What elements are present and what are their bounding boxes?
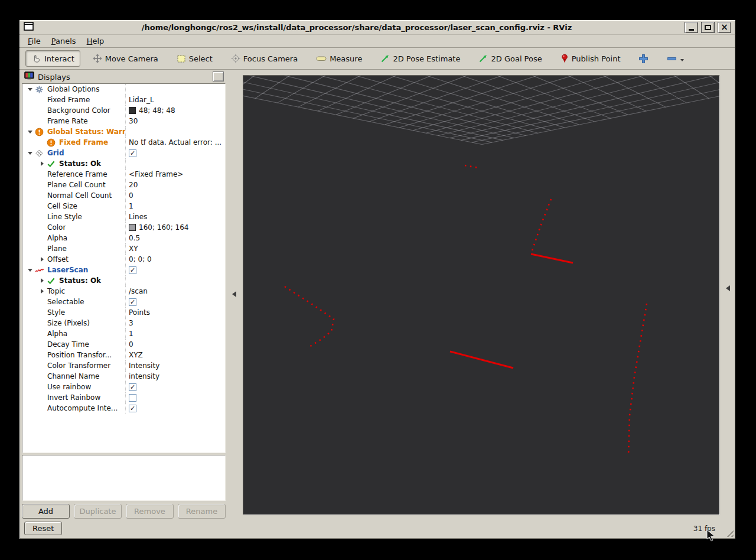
checkbox[interactable]: ✓: [129, 298, 136, 306]
tool-interact[interactable]: Interact: [25, 50, 80, 67]
tree-row[interactable]: Fixed FrameNo tf data. Actual error: ...: [22, 137, 225, 148]
expander-closed-icon[interactable]: [38, 257, 46, 262]
expander-open-icon[interactable]: [26, 128, 34, 136]
property-value[interactable]: 1: [129, 330, 133, 338]
tree-row[interactable]: Selectable✓: [22, 297, 225, 307]
menu-item-file[interactable]: File: [22, 35, 46, 47]
tool-focus-camera[interactable]: Focus Camera: [225, 50, 304, 67]
displays-panel-header[interactable]: Displays: [22, 70, 226, 83]
tree-row[interactable]: Normal Cell Count0: [22, 190, 225, 201]
tree-row[interactable]: Alpha0.5: [22, 233, 225, 243]
property-value[interactable]: XY: [129, 245, 138, 253]
tree-row[interactable]: Decay Time0: [22, 339, 225, 350]
menu-item-panels[interactable]: Panels: [46, 35, 82, 47]
checkbox[interactable]: ✓: [129, 149, 136, 157]
displays-panel-title: Displays: [38, 73, 70, 82]
tree-row[interactable]: Topic/scan: [22, 286, 225, 297]
property-value[interactable]: <Fixed Frame>: [129, 170, 183, 178]
dropdown-arrow-icon[interactable]: [680, 59, 684, 63]
minimize-button[interactable]: [685, 22, 698, 33]
expander-closed-icon[interactable]: [38, 289, 46, 294]
property-label: Status: Ok: [59, 276, 101, 285]
tree-row[interactable]: Reference Frame<Fixed Frame>: [22, 169, 225, 180]
tree-row[interactable]: Plane Cell Count20: [22, 180, 225, 190]
panel-float-button[interactable]: [213, 71, 224, 82]
property-value-cell: [125, 158, 225, 169]
tree-row[interactable]: Channel Nameintensity: [22, 371, 225, 382]
tool-2d-goal-pose[interactable]: 2D Goal Pose: [472, 50, 548, 67]
tree-row[interactable]: Autocompute Inte...✓: [22, 403, 225, 414]
add-button[interactable]: Add: [22, 504, 70, 519]
tool-measure[interactable]: Measure: [310, 51, 368, 67]
tree-row[interactable]: PlaneXY: [22, 243, 225, 254]
expander-open-icon[interactable]: [26, 266, 34, 274]
splitter-collapse-right-icon[interactable]: [723, 285, 730, 291]
property-value[interactable]: 0.5: [129, 234, 140, 242]
tree-row[interactable]: Use rainbow✓: [22, 382, 225, 392]
tool-publish-point[interactable]: Publish Point: [555, 50, 627, 67]
tree-row[interactable]: Offset0; 0; 0: [22, 254, 225, 265]
property-value[interactable]: Lines: [129, 213, 147, 221]
menu-item-help[interactable]: Help: [82, 35, 110, 47]
tree-row[interactable]: Size (Pixels)3: [22, 318, 225, 328]
close-button[interactable]: ×: [718, 22, 731, 33]
property-value[interactable]: XYZ: [129, 351, 143, 359]
status-bar: Reset 31 fps: [19, 518, 735, 539]
maximize-button[interactable]: [701, 22, 715, 33]
tree-row[interactable]: Alpha1: [22, 328, 225, 339]
property-value-cell: 0.5: [125, 233, 225, 243]
checkbox[interactable]: ✓: [129, 405, 136, 412]
property-value[interactable]: 20: [129, 181, 138, 189]
property-value[interactable]: Points: [129, 308, 150, 317]
tree-row[interactable]: Color TransformerIntensity: [22, 360, 225, 371]
property-value[interactable]: 0: [129, 191, 133, 200]
splitter-collapse-left-icon[interactable]: [229, 291, 236, 297]
expander-closed-icon[interactable]: [38, 278, 46, 283]
tree-row[interactable]: Grid✓: [22, 148, 225, 158]
tree-row[interactable]: StylePoints: [22, 307, 225, 318]
property-label-cell: Cell Size: [22, 201, 125, 211]
property-label: Plane Cell Count: [47, 181, 106, 189]
property-value[interactable]: Lidar_L: [129, 96, 154, 104]
expander-open-icon[interactable]: [26, 85, 34, 93]
property-value[interactable]: intensity: [129, 372, 159, 380]
tree-row[interactable]: Global Options: [22, 84, 225, 95]
viewport-3d[interactable]: [243, 75, 720, 515]
tree-row[interactable]: Color160; 160; 164: [22, 222, 225, 233]
checkbox[interactable]: [129, 394, 136, 402]
tree-row[interactable]: Cell Size1: [22, 201, 225, 211]
tree-row[interactable]: Status: Ok: [22, 275, 225, 286]
plus-tool-button[interactable]: [633, 50, 654, 67]
expander-open-icon[interactable]: [26, 149, 34, 157]
property-value[interactable]: /scan: [129, 287, 148, 295]
checkbox[interactable]: ✓: [129, 266, 136, 274]
property-value[interactable]: 1: [129, 202, 133, 210]
color-swatch[interactable]: [129, 224, 136, 231]
reset-button[interactable]: Reset: [24, 522, 62, 535]
tree-row[interactable]: LaserScan✓: [22, 265, 225, 275]
tree-row[interactable]: Invert Rainbow: [22, 392, 225, 403]
property-value[interactable]: 0; 0; 0: [129, 255, 152, 263]
tool-select[interactable]: Select: [171, 50, 219, 67]
tree-row[interactable]: Position Transfor...XYZ: [22, 350, 225, 360]
expander-closed-icon[interactable]: [38, 161, 46, 166]
property-value[interactable]: Intensity: [129, 362, 159, 370]
tree-row[interactable]: Status: Ok: [22, 158, 225, 169]
checkbox[interactable]: ✓: [129, 383, 136, 391]
minus-tool-button[interactable]: [661, 50, 690, 67]
property-value[interactable]: No tf data. Actual error: ...: [129, 138, 221, 146]
tree-row[interactable]: Global Status: Warn: [22, 126, 225, 137]
tool-2d-pose-estimate[interactable]: 2D Pose Estimate: [374, 50, 466, 67]
tree-row[interactable]: Background Color48; 48; 48: [22, 105, 225, 116]
property-value[interactable]: 3: [129, 319, 133, 327]
viewport-canvas[interactable]: [243, 76, 720, 515]
property-value[interactable]: 30: [129, 117, 138, 125]
tool-label: 2D Goal Pose: [491, 54, 542, 63]
tool-move-camera[interactable]: Move Camera: [87, 50, 164, 67]
color-swatch[interactable]: [129, 107, 136, 114]
title-bar[interactable]: /home/longhongc/ros2_ws/install/data_pro…: [19, 20, 735, 35]
tree-row[interactable]: Frame Rate30: [22, 116, 225, 126]
tree-row[interactable]: Fixed FrameLidar_L: [22, 95, 225, 105]
tree-row[interactable]: Line StyleLines: [22, 211, 225, 222]
property-value[interactable]: 0: [129, 340, 133, 349]
